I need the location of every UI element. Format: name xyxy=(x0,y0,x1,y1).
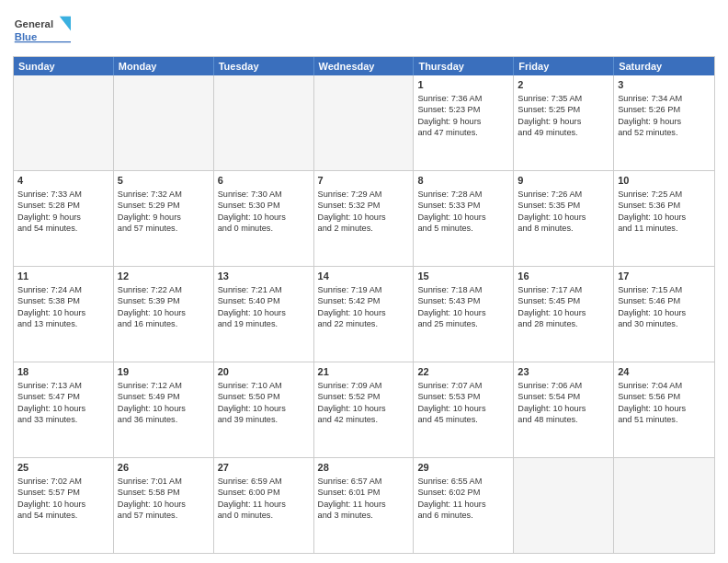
day-info-line: Sunset: 5:36 PM xyxy=(618,200,711,211)
cal-cell: 13Sunrise: 7:21 AMSunset: 5:40 PMDayligh… xyxy=(214,267,314,362)
day-info-line: Sunrise: 7:28 AM xyxy=(417,189,509,200)
cal-week-3: 11Sunrise: 7:24 AMSunset: 5:38 PMDayligh… xyxy=(14,267,714,362)
day-number: 7 xyxy=(318,174,410,188)
day-info-line: and 13 minutes. xyxy=(17,318,109,329)
day-info-line: Sunset: 6:02 PM xyxy=(417,487,509,498)
cal-cell: 16Sunrise: 7:17 AMSunset: 5:45 PMDayligh… xyxy=(514,267,614,362)
svg-marker-1 xyxy=(60,17,71,31)
day-info-line: Sunset: 5:54 PM xyxy=(518,391,609,402)
day-info-line: Sunset: 5:53 PM xyxy=(417,391,509,402)
day-info-line: Sunrise: 7:09 AM xyxy=(318,380,410,391)
day-info-line: Sunrise: 7:21 AM xyxy=(218,284,310,295)
day-info-line: Sunset: 5:33 PM xyxy=(417,200,509,211)
page: General Blue SundayMondayTuesdayWednesda… xyxy=(0,0,728,563)
day-info-line: Sunset: 5:25 PM xyxy=(518,104,609,115)
cal-header-monday: Monday xyxy=(114,57,214,75)
day-number: 13 xyxy=(218,270,310,283)
day-info-line: Sunset: 5:46 PM xyxy=(618,295,711,306)
day-number: 21 xyxy=(318,365,410,379)
day-number: 17 xyxy=(618,270,711,283)
day-info-line: Daylight: 10 hours xyxy=(518,212,609,223)
day-info-line: Sunset: 5:35 PM xyxy=(518,200,609,211)
day-info-line: and 52 minutes. xyxy=(618,127,711,138)
day-number: 24 xyxy=(618,365,711,379)
day-info-line: Sunset: 5:42 PM xyxy=(318,295,410,306)
day-info-line: Daylight: 10 hours xyxy=(17,307,109,318)
day-info-line: and 49 minutes. xyxy=(518,127,609,138)
day-number: 26 xyxy=(118,461,210,475)
logo: General Blue xyxy=(13,9,77,51)
day-info-line: Sunrise: 6:55 AM xyxy=(417,476,509,487)
day-info-line: Daylight: 10 hours xyxy=(618,212,711,223)
day-info-line: and 33 minutes. xyxy=(17,414,109,425)
day-number: 11 xyxy=(17,270,109,283)
cal-cell: 27Sunrise: 6:59 AMSunset: 6:00 PMDayligh… xyxy=(214,458,314,553)
day-number: 9 xyxy=(518,174,609,188)
day-info-line: Daylight: 9 hours xyxy=(518,116,609,127)
cal-header-saturday: Saturday xyxy=(614,57,714,75)
day-info-line: Sunrise: 7:36 AM xyxy=(417,93,509,104)
day-info-line: Sunrise: 7:04 AM xyxy=(618,380,711,391)
day-info-line: and 5 minutes. xyxy=(417,223,509,234)
day-info-line: Sunset: 6:00 PM xyxy=(218,487,310,498)
cal-cell: 7Sunrise: 7:29 AMSunset: 5:32 PMDaylight… xyxy=(314,171,415,266)
day-number: 8 xyxy=(417,174,509,188)
cal-cell: 8Sunrise: 7:28 AMSunset: 5:33 PMDaylight… xyxy=(414,171,514,266)
day-info-line: and 54 minutes. xyxy=(17,510,109,521)
day-info-line: and 0 minutes. xyxy=(218,510,310,521)
cal-cell xyxy=(314,75,415,170)
header: General Blue xyxy=(13,9,715,51)
day-info-line: Sunset: 5:50 PM xyxy=(218,391,310,402)
day-info-line: Sunrise: 7:22 AM xyxy=(118,284,210,295)
day-info-line: Daylight: 10 hours xyxy=(17,403,109,414)
cal-cell xyxy=(214,75,314,170)
cal-cell: 4Sunrise: 7:33 AMSunset: 5:28 PMDaylight… xyxy=(14,171,114,266)
cal-cell: 28Sunrise: 6:57 AMSunset: 6:01 PMDayligh… xyxy=(314,458,415,553)
cal-cell: 15Sunrise: 7:18 AMSunset: 5:43 PMDayligh… xyxy=(414,267,514,362)
cal-cell: 19Sunrise: 7:12 AMSunset: 5:49 PMDayligh… xyxy=(114,362,214,457)
day-number: 18 xyxy=(17,365,109,379)
day-info-line: Sunset: 5:49 PM xyxy=(118,391,210,402)
day-info-line: Sunrise: 7:25 AM xyxy=(618,189,711,200)
cal-cell: 21Sunrise: 7:09 AMSunset: 5:52 PMDayligh… xyxy=(314,362,415,457)
day-info-line: and 54 minutes. xyxy=(17,223,109,234)
day-info-line: and 22 minutes. xyxy=(318,318,410,329)
day-info-line: and 0 minutes. xyxy=(218,223,310,234)
day-info-line: and 36 minutes. xyxy=(118,414,210,425)
cal-cell xyxy=(614,458,714,553)
cal-cell xyxy=(14,75,114,170)
cal-cell: 14Sunrise: 7:19 AMSunset: 5:42 PMDayligh… xyxy=(314,267,415,362)
day-info-line: Daylight: 10 hours xyxy=(417,212,509,223)
day-info-line: Daylight: 10 hours xyxy=(218,403,310,414)
cal-cell: 22Sunrise: 7:07 AMSunset: 5:53 PMDayligh… xyxy=(414,362,514,457)
cal-cell: 25Sunrise: 7:02 AMSunset: 5:57 PMDayligh… xyxy=(14,458,114,553)
day-info-line: and 39 minutes. xyxy=(218,414,310,425)
day-number: 2 xyxy=(518,78,609,92)
cal-cell: 11Sunrise: 7:24 AMSunset: 5:38 PMDayligh… xyxy=(14,267,114,362)
day-info-line: Daylight: 10 hours xyxy=(618,403,711,414)
day-info-line: Sunset: 5:23 PM xyxy=(417,104,509,115)
day-info-line: Sunrise: 7:10 AM xyxy=(218,380,310,391)
day-info-line: Sunset: 5:29 PM xyxy=(118,200,210,211)
day-info-line: Sunset: 5:30 PM xyxy=(218,200,310,211)
day-info-line: Sunrise: 7:30 AM xyxy=(218,189,310,200)
cal-cell: 10Sunrise: 7:25 AMSunset: 5:36 PMDayligh… xyxy=(614,171,714,266)
day-info-line: Sunrise: 7:19 AM xyxy=(318,284,410,295)
day-number: 29 xyxy=(417,461,509,475)
cal-header-tuesday: Tuesday xyxy=(214,57,314,75)
day-number: 23 xyxy=(518,365,609,379)
day-info-line: and 30 minutes. xyxy=(618,318,711,329)
day-number: 4 xyxy=(17,174,109,188)
cal-cell: 3Sunrise: 7:34 AMSunset: 5:26 PMDaylight… xyxy=(614,75,714,170)
day-info-line: and 8 minutes. xyxy=(518,223,609,234)
day-info-line: and 3 minutes. xyxy=(318,510,410,521)
day-info-line: Sunset: 5:47 PM xyxy=(17,391,109,402)
day-info-line: and 16 minutes. xyxy=(118,318,210,329)
cal-week-1: 1Sunrise: 7:36 AMSunset: 5:23 PMDaylight… xyxy=(14,75,714,171)
day-info-line: Sunrise: 7:33 AM xyxy=(17,189,109,200)
day-info-line: Sunrise: 7:18 AM xyxy=(417,284,509,295)
day-info-line: and 2 minutes. xyxy=(318,223,410,234)
day-info-line: Daylight: 9 hours xyxy=(417,116,509,127)
cal-cell xyxy=(114,75,214,170)
day-info-line: and 48 minutes. xyxy=(518,414,609,425)
